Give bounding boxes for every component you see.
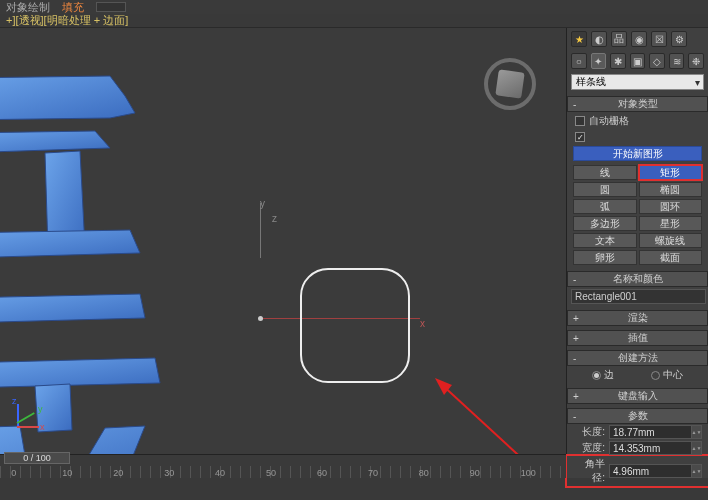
lights-icon[interactable]: ✱: [610, 53, 626, 69]
create-tab-icon[interactable]: ★: [571, 31, 587, 47]
axis-y-label: y: [260, 198, 265, 209]
shapes-icon[interactable]: ✦: [591, 53, 607, 69]
arc-button[interactable]: 弧: [573, 199, 637, 214]
donut-button[interactable]: 圆环: [639, 199, 703, 214]
section-button[interactable]: 截面: [639, 250, 703, 265]
display-tab-icon[interactable]: ☒: [651, 31, 667, 47]
rollout-creation-method[interactable]: -创建方法: [567, 350, 708, 366]
edge-radio[interactable]: [592, 371, 601, 380]
rollout-keyboard-entry[interactable]: +键盘输入: [567, 388, 708, 404]
viewport[interactable]: y z x z y x 0 / 100 0 10 20 30 40 50 60: [0, 28, 566, 478]
axis-z-label: z: [272, 213, 277, 224]
ellipse-button[interactable]: 椭圆: [639, 182, 703, 197]
time-ruler[interactable]: 0 10 20 30 40 50 60 70 80 90 100: [0, 466, 566, 478]
axis-x-label: x: [420, 318, 425, 329]
systems-icon[interactable]: ❉: [688, 53, 704, 69]
rollout-interpolation[interactable]: +插值: [567, 330, 708, 346]
rollout-object-type[interactable]: -对象类型: [567, 96, 708, 112]
text-button[interactable]: 文本: [573, 233, 637, 248]
length-label: 长度:: [573, 425, 605, 439]
start-new-checkbox[interactable]: ✓: [575, 132, 585, 142]
autogrid-label: 自动栅格: [589, 114, 629, 128]
world-axis-tripod: z y x: [12, 398, 52, 438]
fill-swatch[interactable]: [96, 2, 126, 12]
time-slider[interactable]: 0 / 100: [4, 452, 70, 464]
geometry-icon[interactable]: ○: [571, 53, 587, 69]
width-label: 宽度:: [573, 441, 605, 455]
cameras-icon[interactable]: ▣: [630, 53, 646, 69]
rectangle-button[interactable]: 矩形: [639, 165, 703, 180]
rectangle-spline[interactable]: [300, 268, 410, 383]
spacewarps-icon[interactable]: ≋: [669, 53, 685, 69]
line-button[interactable]: 线: [573, 165, 637, 180]
rollout-name-color[interactable]: -名称和颜色: [567, 271, 708, 287]
corner-radius-spinner[interactable]: 4.96mm▲▼: [609, 464, 702, 478]
motion-tab-icon[interactable]: ◉: [631, 31, 647, 47]
circle-button[interactable]: 圆: [573, 182, 637, 197]
center-radio[interactable]: [651, 371, 660, 380]
helpers-icon[interactable]: ◇: [649, 53, 665, 69]
ngon-button[interactable]: 多边形: [573, 216, 637, 231]
object-name-input[interactable]: [571, 289, 706, 304]
egg-button[interactable]: 卵形: [573, 250, 637, 265]
hierarchy-tab-icon[interactable]: 品: [611, 31, 627, 47]
modify-tab-icon[interactable]: ◐: [591, 31, 607, 47]
length-spinner[interactable]: 18.77mm▲▼: [609, 425, 702, 439]
timeline[interactable]: 0 / 100 0 10 20 30 40 50 60 70 80 90 100: [0, 454, 566, 478]
autogrid-checkbox[interactable]: [575, 116, 585, 126]
corner-radius-label: 角半径:: [573, 457, 605, 485]
category-dropdown[interactable]: 样条线: [571, 74, 704, 90]
svg-marker-1: [435, 378, 452, 395]
start-new-shape-button[interactable]: 开始新图形: [573, 146, 702, 161]
width-spinner[interactable]: 14.353mm▲▼: [609, 441, 702, 455]
helix-button[interactable]: 螺旋线: [639, 233, 703, 248]
rollout-render[interactable]: +渲染: [567, 310, 708, 326]
viewcube[interactable]: [484, 58, 536, 110]
utilities-tab-icon[interactable]: ⚙: [671, 31, 687, 47]
command-panel: ★ ◐ 品 ◉ ☒ ⚙ ○ ✦ ✱ ▣ ◇ ≋ ❉ 样条线 -对象类型 自动栅格…: [566, 28, 708, 478]
rollout-parameters[interactable]: -参数: [567, 408, 708, 424]
star-button[interactable]: 星形: [639, 216, 703, 231]
viewport-caption[interactable]: +][透视][明暗处理 + 边面]: [6, 13, 128, 28]
